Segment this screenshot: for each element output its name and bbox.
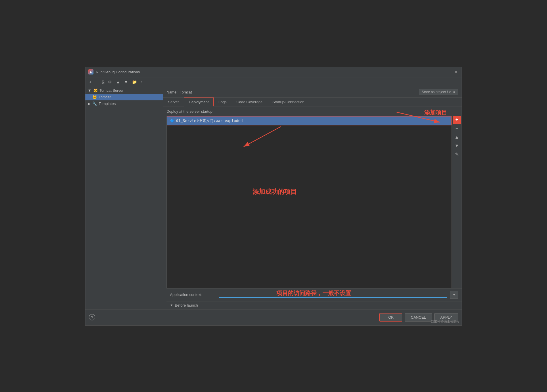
templates-label: Templates (99, 102, 116, 106)
tab-server[interactable]: Server (163, 97, 184, 106)
deploy-list-area: 🔷 01_Servlet快速入门:war exploded + − ▲ ▼ ✎ (167, 116, 462, 288)
run-debug-dialog: ▶ Run/Debug Configurations ✕ + − ⎘ ⚙ ▲ ▼… (85, 67, 462, 326)
tomcat-icon: 🐱 (92, 95, 97, 99)
ok-button[interactable]: OK (379, 313, 402, 322)
sidebar-item-tomcat-server[interactable]: ▼ 🐱 Tomcat Server (85, 87, 163, 94)
before-launch-section: ▼ Before launch (167, 301, 462, 309)
name-value: Tomcat (180, 90, 417, 94)
tomcat-server-arrow: ▼ (88, 88, 91, 93)
name-row: Name: Tomcat Store as project file ⚙ (163, 87, 462, 97)
deploy-item-name: 01_Servlet快速入门:war exploded (176, 118, 243, 123)
tab-code-coverage[interactable]: Code Coverage (232, 97, 267, 106)
add-artifact-button[interactable]: + (453, 116, 461, 124)
move-down-button[interactable]: ▼ (123, 79, 129, 85)
app-context-input[interactable] (219, 292, 447, 298)
templates-arrow: ▶ (88, 102, 91, 106)
main-content: ▼ 🐱 Tomcat Server 🐱 Tomcat ▶ 🔧 Templates… (85, 87, 462, 309)
tomcat-server-icon: 🐱 (93, 88, 98, 93)
tabs: Server Deployment Logs Code Coverage Sta… (163, 97, 462, 106)
templates-icon: 🔧 (92, 102, 97, 106)
move-up-button[interactable]: ▲ (114, 79, 121, 85)
sidebar-item-tomcat[interactable]: 🐱 Tomcat (85, 94, 163, 100)
panel-content: Deploy at the server startup 添加项目 🔷 01_S… (163, 106, 462, 309)
add-config-button[interactable]: + (88, 79, 93, 85)
app-icon: ▶ (88, 69, 93, 74)
remove-config-button[interactable]: − (94, 79, 99, 85)
cancel-button[interactable]: CANCEL (405, 313, 432, 322)
app-context-dropdown[interactable]: ▼ (450, 291, 458, 299)
tab-deployment[interactable]: Deployment (184, 97, 213, 106)
move-artifact-down-button[interactable]: ▼ (453, 142, 461, 150)
deploy-item[interactable]: 🔷 01_Servlet快速入门:war exploded (167, 116, 452, 125)
side-toolbar: + − ▲ ▼ ✎ (452, 116, 462, 288)
watermark: CSDN @绿水长流*z (431, 320, 459, 324)
sidebar-item-templates[interactable]: ▶ 🔧 Templates (85, 100, 163, 107)
gear-icon: ⚙ (452, 90, 456, 94)
right-panel: Name: Tomcat Store as project file ⚙ Ser… (163, 87, 462, 309)
dialog-title: Run/Debug Configurations (96, 70, 140, 74)
settings-button[interactable]: ⚙ (107, 79, 113, 85)
deploy-section-label: Deploy at the server startup (167, 109, 462, 114)
folder-button[interactable]: 📁 (131, 79, 138, 85)
store-as-project-button[interactable]: Store as project file ⚙ (419, 89, 458, 95)
title-bar: ▶ Run/Debug Configurations ✕ (85, 67, 462, 77)
sort-button[interactable]: ↕ (139, 79, 144, 85)
store-label: Store as project file (422, 90, 451, 94)
edit-artifact-button[interactable]: ✎ (453, 150, 461, 158)
deploy-content-wrapper: Deploy at the server startup 添加项目 🔷 01_S… (163, 106, 462, 309)
toolbar: + − ⎘ ⚙ ▲ ▼ 📁 ↕ (85, 77, 462, 87)
move-artifact-up-button[interactable]: ▲ (453, 133, 461, 141)
tomcat-label: Tomcat (99, 95, 111, 99)
tab-startup-connection[interactable]: Startup/Connection (267, 97, 309, 106)
copy-config-button[interactable]: ⎘ (100, 79, 106, 85)
help-button[interactable]: ? (89, 314, 95, 320)
before-launch-label: Before launch (175, 303, 198, 307)
tomcat-server-label: Tomcat Server (100, 88, 124, 93)
title-bar-left: ▶ Run/Debug Configurations (88, 69, 140, 74)
before-launch-arrow: ▼ (170, 303, 173, 307)
remove-artifact-button[interactable]: − (453, 125, 461, 133)
app-context-row: Application context: ▼ (167, 288, 462, 301)
close-button[interactable]: ✕ (453, 69, 459, 75)
app-context-label: Application context: (170, 292, 216, 297)
sidebar: ▼ 🐱 Tomcat Server 🐱 Tomcat ▶ 🔧 Templates (85, 87, 163, 309)
footer: ? OK CANCEL APPLY (85, 309, 462, 325)
deploy-list: 🔷 01_Servlet快速入门:war exploded (167, 116, 452, 288)
footer-left: ? (89, 314, 95, 320)
name-label: Name: (167, 90, 177, 94)
deploy-item-icon: 🔷 (170, 119, 174, 123)
tab-logs[interactable]: Logs (214, 97, 232, 106)
